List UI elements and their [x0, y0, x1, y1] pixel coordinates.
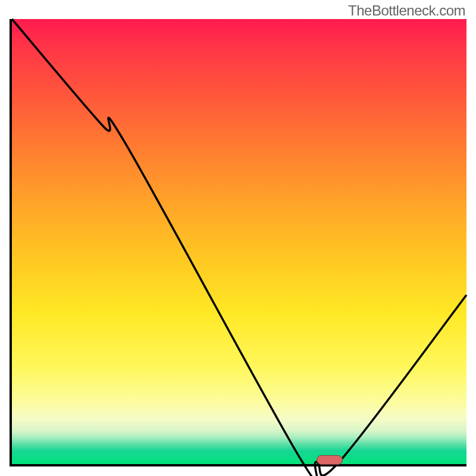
bottleneck-curve	[12, 19, 466, 464]
watermark-text: TheBottleneck.com	[348, 2, 465, 19]
optimal-marker	[317, 455, 343, 465]
chart-area	[10, 19, 466, 466]
